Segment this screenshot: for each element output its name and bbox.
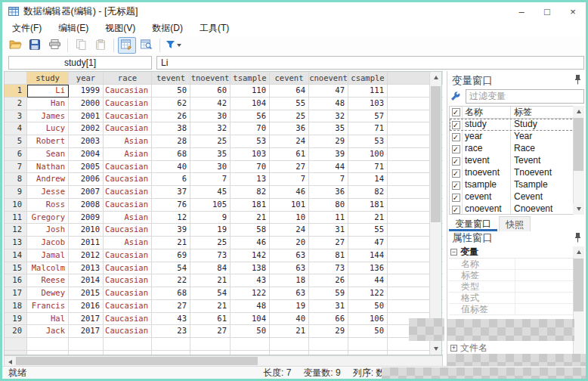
- cell-csample[interactable]: 136: [348, 262, 388, 275]
- row-number[interactable]: 10: [5, 199, 27, 212]
- cell-study[interactable]: Ross: [27, 199, 69, 212]
- variable-section-row[interactable]: − 变量: [449, 246, 573, 259]
- cell-empty[interactable]: [69, 338, 104, 351]
- expand-icon[interactable]: +: [450, 345, 457, 352]
- minimize-button[interactable]: –: [509, 2, 534, 20]
- cell-empty[interactable]: [190, 338, 231, 351]
- cell-year[interactable]: 2015: [69, 287, 104, 300]
- cell-tnoevent[interactable]: 30: [190, 110, 231, 123]
- cell-study[interactable]: Li: [27, 85, 69, 98]
- name-column-header[interactable]: 名称: [463, 107, 511, 118]
- cell-cnoevent[interactable]: 35: [309, 122, 348, 135]
- scrollbar-thumb[interactable]: [574, 118, 583, 171]
- cell-empty[interactable]: [27, 338, 69, 351]
- cell-tnoevent[interactable]: 21: [190, 274, 231, 287]
- cell-empty[interactable]: [104, 338, 152, 351]
- column-header-year[interactable]: year: [69, 72, 104, 85]
- cell-cevent[interactable]: 63: [270, 249, 309, 262]
- cell-csample[interactable]: 181: [348, 199, 388, 212]
- cell-cnoevent[interactable]: 39: [309, 148, 348, 161]
- column-header-study[interactable]: study: [27, 72, 69, 85]
- menu-item-0[interactable]: 文件(F): [4, 20, 50, 36]
- cell-year[interactable]: 2001: [69, 110, 104, 123]
- cell-csample[interactable]: 71: [348, 161, 388, 174]
- scroll-up-button[interactable]: [430, 72, 441, 83]
- cell-cnoevent[interactable]: 31: [309, 300, 348, 313]
- row-number[interactable]: 19: [5, 313, 27, 326]
- cell-study[interactable]: Reese: [27, 274, 69, 287]
- print-button[interactable]: [45, 37, 63, 54]
- cell-csample[interactable]: 55: [348, 224, 388, 237]
- cell-csample[interactable]: 106: [348, 313, 388, 326]
- row-number[interactable]: 11: [5, 212, 27, 225]
- row-number[interactable]: 1: [5, 85, 27, 98]
- cell-tevent[interactable]: 37: [152, 186, 190, 199]
- cell-cnoevent[interactable]: 7: [309, 173, 348, 186]
- cell-study[interactable]: James: [27, 110, 69, 123]
- cell-cnoevent[interactable]: 32: [309, 110, 348, 123]
- cell-tsample[interactable]: 122: [231, 287, 270, 300]
- cell-tnoevent[interactable]: 30: [190, 161, 231, 174]
- cell-race[interactable]: Caucasian: [104, 85, 152, 98]
- variable-checkbox[interactable]: ✓: [450, 191, 463, 203]
- variable-row-study[interactable]: ✓studyStudy: [450, 119, 583, 131]
- cell-tsample[interactable]: 48: [231, 300, 270, 313]
- cell-study[interactable]: Francis: [27, 300, 69, 313]
- cell-empty[interactable]: [309, 338, 348, 351]
- cell-csample[interactable]: 47: [348, 237, 388, 249]
- cell-tnoevent[interactable]: 32: [190, 122, 231, 135]
- scrollbar-thumb[interactable]: [431, 86, 441, 222]
- cell-cevent[interactable]: 20: [270, 237, 309, 249]
- cell-csample[interactable]: 111: [348, 85, 388, 98]
- cell-cnoevent[interactable]: 11: [309, 212, 348, 225]
- cell-tsample[interactable]: 70: [231, 161, 270, 174]
- cell-tsample[interactable]: 103: [231, 148, 270, 161]
- filter-button[interactable]: [164, 37, 182, 54]
- row-number[interactable]: 7: [5, 161, 27, 174]
- row-number[interactable]: 20: [5, 325, 27, 338]
- cell-year[interactable]: 2002: [69, 122, 104, 135]
- variable-row-tevent[interactable]: ✓teventTevent: [450, 155, 583, 167]
- cell-cevent[interactable]: 25: [270, 110, 309, 123]
- variable-checkbox[interactable]: ✓: [450, 203, 463, 215]
- cell-empty[interactable]: [270, 338, 309, 351]
- variable-checkbox[interactable]: ✓: [450, 179, 463, 191]
- column-header-race[interactable]: race: [104, 72, 152, 85]
- cell-tevent[interactable]: 68: [152, 148, 190, 161]
- cell-cevent[interactable]: 36: [270, 122, 309, 135]
- cell-tsample[interactable]: 50: [231, 325, 270, 338]
- cell-csample[interactable]: 100: [348, 148, 388, 161]
- cell-empty[interactable]: [348, 338, 388, 351]
- cell-tevent[interactable]: 22: [152, 274, 190, 287]
- cell-value-input[interactable]: Li: [156, 56, 584, 70]
- cell-study[interactable]: Josh: [27, 224, 69, 237]
- cell-tevent[interactable]: 23: [152, 325, 190, 338]
- cell-tevent[interactable]: 69: [152, 249, 190, 262]
- cell-csample[interactable]: 122: [348, 287, 388, 300]
- column-header-csample[interactable]: csample: [348, 72, 388, 85]
- scroll-down-button[interactable]: [430, 343, 441, 355]
- cell-csample[interactable]: 50: [348, 300, 388, 313]
- cell-race[interactable]: Caucasian: [104, 161, 152, 174]
- cell-tevent[interactable]: 38: [152, 122, 190, 135]
- row-number-header[interactable]: [5, 72, 27, 85]
- cell-year[interactable]: 2017: [69, 325, 104, 338]
- cell-tsample[interactable]: 46: [231, 237, 270, 249]
- cell-tevent[interactable]: 12: [152, 212, 190, 225]
- cell-tnoevent[interactable]: 35: [190, 148, 231, 161]
- row-number[interactable]: 6: [5, 148, 27, 161]
- select-all-checkbox[interactable]: ✓: [450, 107, 463, 118]
- properties-scrollbar[interactable]: [573, 246, 584, 366]
- cell-race[interactable]: Caucasian: [104, 173, 152, 186]
- cell-study[interactable]: Dewey: [27, 287, 69, 300]
- filename-section-row[interactable]: + 文件名: [449, 342, 573, 354]
- cell-cevent[interactable]: 21: [270, 325, 309, 338]
- row-number[interactable]: 4: [5, 122, 27, 135]
- cell-csample[interactable]: 144: [348, 249, 388, 262]
- cell-tsample[interactable]: 181: [231, 199, 270, 212]
- cell-race[interactable]: Asian: [104, 212, 152, 225]
- cell-csample[interactable]: 44: [348, 274, 388, 287]
- variable-row-cnoevent[interactable]: ✓cnoeventCnoevent: [450, 203, 583, 215]
- row-number[interactable]: 3: [5, 110, 27, 123]
- cell-race[interactable]: Caucasian: [104, 313, 152, 326]
